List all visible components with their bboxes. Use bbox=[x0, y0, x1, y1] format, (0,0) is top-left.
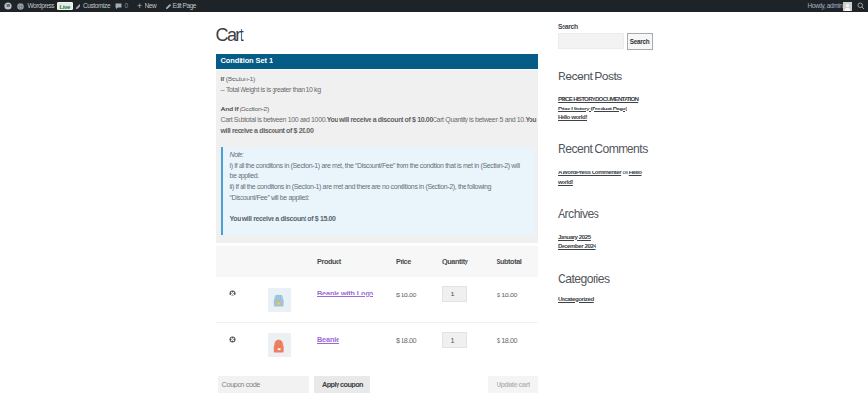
svg-text:W: W bbox=[6, 3, 10, 8]
